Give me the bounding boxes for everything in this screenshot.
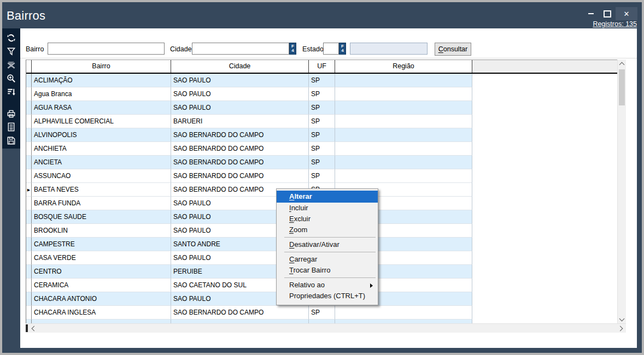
table-row[interactable]: AGUA RASASAO PAULOSP — [26, 101, 617, 115]
close-button[interactable]: ✕ — [616, 7, 637, 20]
row-selector[interactable] — [26, 156, 32, 169]
cell-regiao[interactable] — [335, 74, 472, 87]
report-icon[interactable] — [5, 121, 18, 133]
cell-bairro[interactable]: AGUA RASA — [32, 101, 171, 115]
cell-bairro[interactable]: CERAMICA — [32, 279, 171, 292]
registros-count-link[interactable]: Registros: 135 — [593, 20, 637, 28]
menu-item-desativar-ativar[interactable]: Desativar/Ativar — [277, 239, 378, 250]
menu-item-zoom[interactable]: Zoom — [277, 224, 378, 235]
cell-cidade[interactable]: SAO BERNARDO DO CAMPO — [171, 306, 309, 319]
estado-input[interactable] — [323, 43, 339, 55]
row-selector[interactable] — [26, 74, 32, 87]
scroll-up-button[interactable] — [618, 61, 626, 68]
cell-cidade[interactable]: SAO BERNARDO DO CAMPO — [171, 169, 309, 183]
cell-cidade[interactable]: SAO PAULO — [171, 101, 309, 115]
table-row[interactable]: ANCIETASAO BERNARDO DO CAMPOSP — [26, 156, 617, 169]
cell-cidade[interactable]: BARUERI — [171, 115, 309, 128]
cell-bairro[interactable]: Agua Branca — [32, 87, 171, 101]
menu-item-excluir[interactable]: Excluir — [277, 214, 378, 224]
cell-bairro[interactable]: BAETA NEVES — [32, 183, 171, 197]
cell-bairro[interactable]: CHACARA ANTONIO — [32, 292, 171, 306]
header-regiao[interactable]: Região — [335, 60, 472, 73]
maximize-button[interactable] — [599, 7, 616, 20]
cell-uf[interactable]: SP — [309, 74, 335, 87]
cell-uf[interactable]: SP — [309, 306, 335, 319]
cell-uf[interactable]: SP — [309, 115, 335, 128]
cell-regiao[interactable] — [335, 306, 472, 319]
cell-bairro[interactable]: BARRA FUNDA — [32, 197, 171, 210]
cell-bairro[interactable]: CHACARA INGLESA — [32, 306, 171, 319]
menu-item-carregar[interactable]: Carregar — [277, 254, 378, 265]
cell-bairro[interactable]: CAMPESTRE — [32, 238, 171, 251]
cell-regiao[interactable] — [335, 156, 472, 169]
save-icon[interactable] — [5, 135, 18, 146]
row-selector[interactable] — [26, 251, 32, 265]
cell-regiao[interactable] — [335, 115, 472, 128]
scroll-down-button[interactable] — [618, 315, 626, 322]
clear-filter-icon[interactable] — [5, 59, 18, 70]
menu-item-incluir[interactable]: Incluir — [277, 203, 378, 214]
row-selector[interactable] — [26, 142, 32, 156]
row-selector[interactable] — [26, 279, 32, 292]
menu-item-trocar-bairro[interactable]: Trocar Bairro — [277, 265, 378, 276]
cell-uf[interactable]: SP — [309, 87, 335, 101]
scroll-right-button[interactable] — [616, 324, 624, 333]
table-row[interactable]: ALPHAVILLE COMERCIALBARUERISP — [26, 115, 617, 128]
cell-regiao[interactable] — [335, 128, 472, 142]
row-selector[interactable] — [26, 292, 32, 306]
vertical-scrollbar[interactable] — [617, 60, 626, 323]
cell-bairro[interactable]: CENTRO — [32, 265, 171, 279]
row-selector[interactable] — [26, 224, 32, 238]
print-icon[interactable] — [5, 108, 18, 120]
row-selector[interactable] — [26, 306, 32, 319]
cell-cidade[interactable]: SAO BERNARDO DO CAMPO — [171, 156, 309, 169]
row-selector[interactable]: ▶ — [26, 183, 32, 197]
cell-uf[interactable]: SP — [309, 101, 335, 115]
row-selector[interactable] — [26, 210, 32, 224]
horizontal-scrollbar[interactable] — [26, 323, 626, 333]
scroll-left-button[interactable] — [30, 324, 38, 333]
table-row[interactable]: ASSUNCAOSAO BERNARDO DO CAMPOSP — [26, 169, 617, 183]
menu-item-propriedades-ctrl-t[interactable]: Propriedades (CTRL+T) — [277, 291, 378, 301]
cell-bairro[interactable]: ALPHAVILLE COMERCIAL — [32, 115, 171, 128]
cell-bairro[interactable]: ASSUNCAO — [32, 169, 171, 183]
table-row[interactable]: ALVINOPOLISSAO BERNARDO DO CAMPOSP — [26, 128, 617, 142]
table-row[interactable]: ANCHIETASAO BERNARDO DO CAMPOSP — [26, 142, 617, 156]
cell-regiao[interactable] — [335, 142, 472, 156]
row-selector[interactable] — [26, 128, 32, 142]
header-bairro[interactable]: Bairro — [32, 60, 171, 73]
cell-regiao[interactable] — [335, 101, 472, 115]
cell-bairro[interactable]: CHACARA KLABIN — [32, 319, 171, 323]
cell-bairro[interactable]: CASA VERDE — [32, 251, 171, 265]
minimize-button[interactable] — [583, 7, 599, 20]
row-selector[interactable] — [26, 197, 32, 210]
cell-uf[interactable]: SP — [309, 169, 335, 183]
cell-regiao[interactable] — [335, 319, 472, 323]
cell-uf[interactable]: SP — [309, 156, 335, 169]
cell-uf[interactable]: SP — [309, 319, 335, 323]
cidade-f4-button[interactable]: F4 — [289, 43, 296, 55]
row-selector[interactable] — [26, 101, 32, 115]
cell-uf[interactable]: SP — [309, 128, 335, 142]
row-selector[interactable] — [26, 238, 32, 251]
cell-regiao[interactable] — [335, 169, 472, 183]
sort-descending-icon[interactable] — [5, 86, 18, 98]
row-selector[interactable] — [26, 169, 32, 183]
filter-icon[interactable] — [5, 46, 18, 57]
table-row[interactable]: CHACARA KLABINSAO PAULOSP — [26, 319, 617, 323]
table-row[interactable]: Agua BrancaSAO PAULOSP — [26, 87, 617, 101]
table-row[interactable]: ACLIMAÇÃOSAO PAULOSP — [26, 74, 617, 87]
cell-bairro[interactable]: ANCHIETA — [32, 142, 171, 156]
cell-bairro[interactable]: ANCIETA — [32, 156, 171, 169]
cell-bairro[interactable]: BROOKLIN — [32, 224, 171, 238]
table-row[interactable]: CHACARA INGLESASAO BERNARDO DO CAMPOSP — [26, 306, 617, 319]
cell-cidade[interactable]: SAO PAULO — [171, 87, 309, 101]
cell-bairro[interactable]: ACLIMAÇÃO — [32, 74, 171, 87]
estado-f4-button[interactable]: F4 — [339, 43, 346, 55]
row-selector[interactable] — [26, 265, 32, 279]
cell-bairro[interactable]: BOSQUE SAUDE — [32, 210, 171, 224]
cell-cidade[interactable]: SAO BERNARDO DO CAMPO — [171, 142, 309, 156]
row-selector[interactable] — [26, 115, 32, 128]
header-cidade[interactable]: Cidade — [171, 60, 309, 73]
refresh-icon[interactable] — [5, 32, 18, 44]
